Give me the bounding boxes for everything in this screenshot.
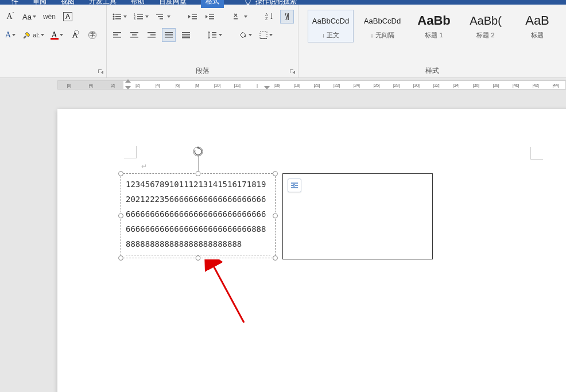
- resize-handle-sw[interactable]: [118, 255, 123, 261]
- style-item-2[interactable]: AaBb标题 1: [411, 10, 457, 42]
- svg-rect-17: [192, 18, 197, 20]
- textbox-content[interactable]: 1234567891011121314151617181920212223566…: [121, 174, 275, 255]
- svg-rect-20: [209, 18, 214, 20]
- ruler-tick: |12|: [227, 83, 247, 88]
- svg-rect-30: [130, 37, 138, 38]
- ribbon-group-font: Aˆ Aa wén A A aĿ A: [0, 5, 107, 77]
- ruler-tick: |6|: [58, 83, 80, 88]
- character-border-button[interactable]: A: [61, 10, 75, 24]
- indent-icon: [205, 12, 215, 21]
- resize-handle-s[interactable]: [196, 255, 201, 261]
- resize-handle-n[interactable]: [196, 171, 201, 176]
- svg-rect-28: [130, 32, 138, 33]
- numbering-button[interactable]: 1 2 3: [132, 10, 150, 24]
- resize-handle-ne[interactable]: [273, 171, 278, 176]
- svg-rect-43: [212, 37, 216, 38]
- horizontal-ruler[interactable]: |6||4||2||2||4||6||8||10||12|||16||18||2…: [57, 80, 566, 90]
- align-left-button[interactable]: [110, 28, 124, 42]
- hanging-indent-marker[interactable]: [125, 86, 131, 90]
- style-item-1[interactable]: AaBbCcDd↓ 无间隔: [359, 10, 405, 42]
- font-color-a-button[interactable]: A: [3, 28, 17, 42]
- font-color-button[interactable]: A: [49, 28, 64, 42]
- ribbon-group-styles: AaBbCcDd↓ 正文AaBbCcDd↓ 无间隔AaBb标题 1AaBb(标题…: [298, 5, 566, 77]
- highlight-button[interactable]: aĿ: [21, 28, 46, 42]
- textbox-selected[interactable]: 1234567891011121314151617181920212223566…: [121, 173, 276, 258]
- phonetic-guide-button[interactable]: 字: [86, 28, 99, 42]
- ruler-tick: |36|: [466, 83, 486, 88]
- align-right-button[interactable]: [145, 28, 158, 42]
- svg-rect-16: [192, 16, 197, 17]
- shading-button[interactable]: [237, 28, 254, 42]
- multilevel-list-button[interactable]: [154, 10, 172, 24]
- style-item-3[interactable]: AaBb(标题 2: [463, 10, 509, 42]
- align-left-icon: [113, 31, 122, 39]
- svg-rect-21: [234, 18, 238, 20]
- font-group-launcher-icon[interactable]: [97, 68, 104, 75]
- bullets-button[interactable]: [110, 10, 129, 24]
- enclose-characters-button[interactable]: A⃝: [68, 28, 82, 42]
- resize-handle-e[interactable]: [273, 214, 278, 219]
- style-name: 标题 2: [464, 31, 507, 40]
- ribbon-group-paragraph: 1 2 3: [107, 5, 298, 77]
- style-item-4[interactable]: AaB标题: [514, 10, 560, 42]
- svg-rect-38: [182, 34, 190, 35]
- ruler-tick: |4|: [148, 83, 168, 88]
- style-gallery[interactable]: AaBbCcDd↓ 正文AaBbCcDd↓ 无间隔AaBb标题 1AaBb(标题…: [302, 7, 563, 42]
- rotate-handle[interactable]: [193, 146, 203, 157]
- highlighter-icon: [22, 30, 32, 40]
- style-item-0[interactable]: AaBbCcDd↓ 正文: [308, 10, 354, 42]
- svg-rect-24: [288, 13, 289, 20]
- line-spacing-button[interactable]: [206, 28, 224, 42]
- resize-handle-se[interactable]: [273, 255, 278, 261]
- font-size-up-button[interactable]: Aˆ: [3, 10, 17, 24]
- svg-rect-36: [165, 37, 173, 38]
- ruler-tick: |4|: [80, 83, 102, 88]
- style-name: 标题 1: [413, 31, 455, 40]
- annotation-arrow-icon: [204, 259, 255, 328]
- svg-rect-27: [113, 37, 121, 38]
- style-name: 标题: [516, 31, 559, 40]
- first-line-indent-marker[interactable]: [125, 79, 131, 83]
- multilevel-icon: [156, 12, 166, 21]
- svg-point-0: [113, 14, 115, 15]
- paragraph-group-label: 段落: [107, 66, 298, 76]
- justify-icon: [164, 31, 173, 39]
- distribute-button[interactable]: [179, 28, 193, 42]
- change-case-button[interactable]: Aa: [21, 10, 38, 24]
- increase-indent-button[interactable]: [203, 10, 217, 24]
- svg-rect-40: [182, 37, 190, 38]
- ruler-tick: |2|: [102, 83, 123, 88]
- paragraph-group-launcher-icon[interactable]: [289, 68, 296, 75]
- show-paragraph-marks-button[interactable]: [280, 10, 294, 24]
- svg-rect-35: [165, 34, 173, 36]
- decrease-indent-button[interactable]: [186, 10, 200, 24]
- textbox-linked[interactable]: [282, 173, 433, 259]
- svg-text:A: A: [265, 13, 268, 17]
- pilcrow-icon: [282, 12, 292, 21]
- margin-corner-top-right: [530, 147, 543, 160]
- svg-rect-15: [192, 14, 197, 15]
- asian-layout-button[interactable]: [231, 10, 249, 24]
- margin-corner-top-left: [124, 146, 137, 158]
- document-area[interactable]: ↵ 12345678910111213141516171819202122235…: [0, 92, 566, 392]
- svg-rect-19: [209, 16, 214, 17]
- character-shading-button[interactable]: wén: [41, 10, 57, 24]
- ruler-tick: |38|: [486, 83, 506, 88]
- ruler-tick: |30|: [406, 83, 427, 88]
- sort-button[interactable]: AZ: [263, 10, 277, 24]
- layout-options-button[interactable]: [288, 178, 301, 192]
- style-name: ↓ 正文: [309, 31, 352, 40]
- resize-handle-w[interactable]: [118, 214, 123, 219]
- align-center-button[interactable]: [127, 28, 141, 42]
- paint-bucket-icon: [238, 30, 247, 40]
- ruler-area: |6||4||2||2||4||6||8||10||12|||16||18||2…: [0, 78, 566, 92]
- svg-rect-39: [182, 36, 190, 37]
- svg-rect-34: [165, 32, 173, 33]
- numbering-icon: 1 2 3: [134, 12, 144, 21]
- svg-rect-44: [260, 32, 267, 38]
- borders-button[interactable]: [257, 28, 274, 42]
- right-indent-marker[interactable]: [264, 86, 270, 90]
- resize-handle-nw[interactable]: [118, 171, 123, 176]
- ruler-tick: |44|: [545, 83, 565, 88]
- justify-button[interactable]: [162, 28, 176, 42]
